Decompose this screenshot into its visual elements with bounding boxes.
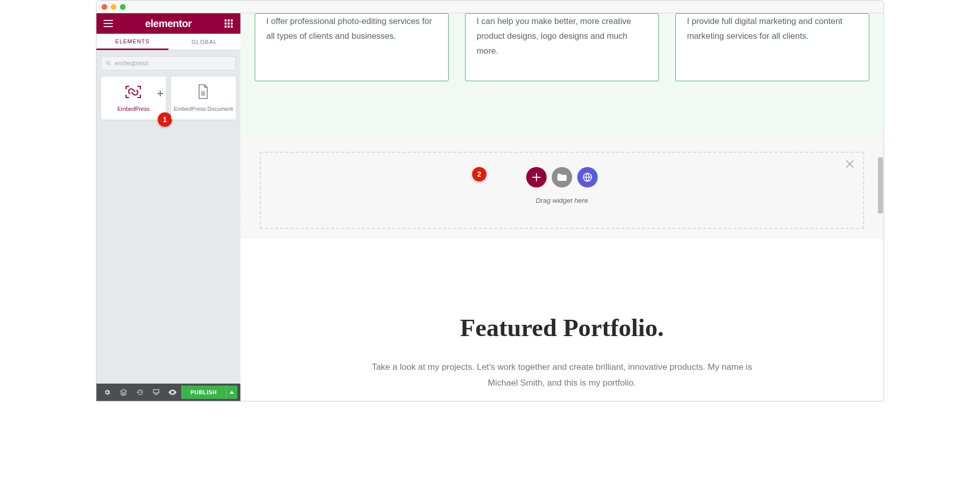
- menu-button[interactable]: [102, 17, 115, 30]
- browser-window: elementor ELEMENTS GLOBAL: [96, 0, 884, 401]
- svg-rect-5: [231, 19, 233, 21]
- publish-group: PUBLISH: [181, 386, 237, 399]
- widget-label: EmbedPress: [117, 106, 150, 112]
- app: elementor ELEMENTS GLOBAL: [96, 13, 884, 401]
- tab-elements[interactable]: ELEMENTS: [96, 34, 168, 50]
- sidebar-footer: PUBLISH: [96, 384, 240, 401]
- brand-logo: elementor: [145, 18, 191, 30]
- publish-options-button[interactable]: [226, 386, 237, 399]
- elementor-sidebar: elementor ELEMENTS GLOBAL: [96, 13, 240, 401]
- navigator-button[interactable]: [116, 385, 131, 400]
- plus-icon: [532, 173, 541, 181]
- sidebar-header: elementor: [96, 13, 240, 34]
- preview-button[interactable]: [165, 385, 180, 400]
- widget-embedpress-document[interactable]: EmbedPress Document: [171, 77, 236, 120]
- search-wrap: [96, 50, 240, 77]
- titlebar: [96, 1, 884, 13]
- svg-rect-1: [104, 23, 113, 24]
- portfolio-title: Featured Portfolio.: [261, 313, 863, 342]
- devices-icon: [152, 389, 160, 396]
- eye-icon: [168, 389, 177, 395]
- svg-rect-7: [228, 22, 230, 25]
- svg-rect-2: [104, 26, 113, 27]
- service-text: I offer professional photo-editing servi…: [266, 14, 437, 43]
- service-text: I provide full digital marketing and con…: [687, 14, 857, 43]
- search-field[interactable]: [101, 56, 236, 70]
- globe-icon: [583, 173, 592, 182]
- svg-rect-4: [228, 19, 230, 21]
- annotation-badge-2: 2: [472, 167, 486, 181]
- svg-rect-8: [231, 22, 233, 25]
- history-icon: [136, 389, 143, 396]
- embedpress-icon: [125, 84, 142, 100]
- apps-grid-button[interactable]: [222, 17, 235, 30]
- layers-icon: [120, 389, 127, 396]
- portfolio-section: Featured Portfolio. Take a look at my pr…: [240, 239, 884, 401]
- annotation-badge-1: 1: [158, 112, 172, 127]
- scrollbar-thumb[interactable]: [878, 157, 883, 214]
- caret-up-icon: [230, 391, 234, 394]
- preview-canvas[interactable]: I offer professional photo-editing servi…: [240, 13, 884, 401]
- svg-rect-0: [104, 20, 113, 21]
- folder-icon: [557, 174, 567, 181]
- window-close-button[interactable]: [102, 4, 107, 10]
- dropzone-hint: Drag widget here: [261, 197, 863, 204]
- document-icon: [197, 84, 209, 100]
- service-card: I provide full digital marketing and con…: [675, 13, 869, 81]
- window-zoom-button[interactable]: [120, 4, 126, 10]
- add-template-button[interactable]: [552, 167, 572, 187]
- widget-label: EmbedPress Document: [174, 106, 233, 112]
- publish-button[interactable]: PUBLISH: [181, 386, 226, 399]
- window-minimize-button[interactable]: [111, 4, 116, 10]
- svg-rect-6: [225, 22, 227, 25]
- svg-rect-10: [228, 26, 230, 28]
- new-section-area: 2 Drag widget here: [240, 137, 884, 239]
- add-section-button[interactable]: [526, 167, 547, 187]
- services-section: I offer professional photo-editing servi…: [240, 13, 884, 137]
- widget-dropzone[interactable]: 2 Drag widget here: [260, 152, 864, 229]
- portfolio-subtitle: Take a look at my projects. Let's work t…: [365, 360, 758, 391]
- responsive-button[interactable]: [149, 385, 164, 400]
- gear-icon: [104, 389, 111, 396]
- widget-embedpress[interactable]: EmbedPress 1: [101, 77, 166, 120]
- service-card: I offer professional photo-editing servi…: [255, 13, 449, 81]
- sidebar-tabs: ELEMENTS GLOBAL: [96, 34, 240, 50]
- tab-global[interactable]: GLOBAL: [168, 34, 240, 50]
- drag-handle-icon: [157, 90, 164, 100]
- settings-button[interactable]: [100, 385, 115, 400]
- add-global-button[interactable]: [577, 167, 598, 187]
- history-button[interactable]: [132, 385, 148, 400]
- svg-rect-11: [231, 26, 233, 28]
- svg-rect-3: [225, 19, 227, 21]
- svg-rect-9: [225, 26, 227, 28]
- service-card: I can help you make better, more creativ…: [465, 13, 659, 81]
- service-text: I can help you make better, more creativ…: [477, 14, 647, 58]
- search-icon: [106, 60, 112, 66]
- search-input[interactable]: [112, 60, 231, 67]
- widgets-grid: EmbedPress 1 EmbedPress Document: [96, 77, 240, 120]
